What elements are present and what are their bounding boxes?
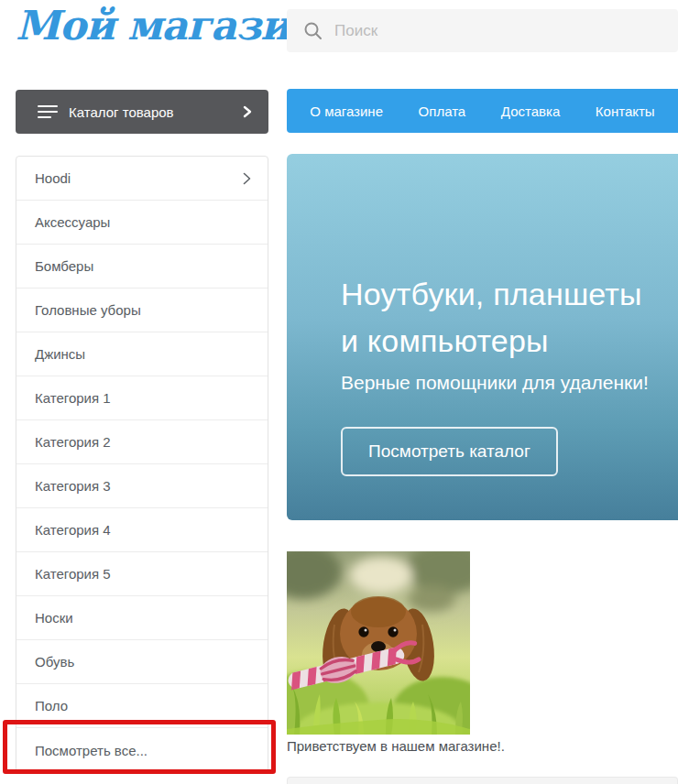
chevron-right-icon	[243, 105, 252, 118]
hero-banner: Ноутбуки, планшеты и компьютеры Верные п…	[287, 154, 678, 520]
puppy-with-rope-toy-photo	[287, 551, 470, 735]
sidebar-item-label: Бомберы	[35, 258, 93, 274]
welcome-text: Приветствуем в нашем магазине!.	[287, 738, 505, 754]
sidebar-item-label: Hoodi	[35, 170, 71, 186]
chevron-right-icon	[243, 172, 251, 185]
sidebar-item-label: Категория 2	[35, 434, 111, 450]
hero-title: Ноутбуки, планшеты и компьютеры	[341, 271, 642, 365]
sidebar-item-label: Категория 4	[35, 522, 111, 538]
nav-item[interactable]: О магазине	[310, 103, 383, 119]
sidebar-item-label: Поло	[35, 698, 68, 713]
sidebar-item[interactable]: Носки	[16, 596, 268, 640]
sidebar-item-label: Джинсы	[35, 346, 85, 362]
sidebar-item[interactable]: Бомберы	[16, 245, 268, 289]
sidebar-item[interactable]: Посмотреть все...	[16, 728, 268, 772]
sidebar-item-label: Посмотреть все...	[35, 743, 148, 758]
sidebar-item-label: Категория 1	[35, 390, 111, 406]
category-menu: HoodiАксессуарыБомберыГоловные уборыДжин…	[16, 156, 268, 773]
search-bar	[287, 9, 678, 52]
hero-subtitle: Верные помощники для удаленки!	[341, 372, 649, 394]
sidebar-item[interactable]: Аксессуары	[16, 201, 268, 245]
sidebar-item-label: Обувь	[35, 654, 74, 670]
sidebar-item[interactable]: Головные уборы	[16, 289, 268, 332]
sidebar-item-label: Категория 3	[35, 478, 111, 494]
sidebar-item[interactable]: Категория 5	[16, 552, 268, 596]
view-catalog-button[interactable]: Посмотреть каталог	[341, 427, 558, 476]
nav-item[interactable]: Доставка	[501, 103, 560, 119]
sidebar-item[interactable]: Поло	[16, 684, 268, 728]
sidebar-item[interactable]: Категория 1	[16, 376, 268, 420]
nav-item[interactable]: Контакты	[596, 103, 655, 119]
top-nav: О магазинеОплатаДоставкаКонтакты	[287, 89, 678, 133]
sidebar-item-label: Категория 5	[35, 566, 111, 582]
shop-homepage: Мой магазин Каталог товаров О магазинеОп…	[0, 0, 678, 784]
catalog-toggle-button[interactable]: Каталог товаров	[16, 90, 268, 134]
sidebar-item[interactable]: Джинсы	[16, 332, 268, 376]
shop-logo: Мой магазин	[16, 2, 318, 49]
nav-item[interactable]: Оплата	[419, 103, 466, 119]
catalog-button-label: Каталог товаров	[69, 104, 174, 120]
search-input[interactable]	[323, 9, 678, 52]
sidebar-item[interactable]: Категория 3	[16, 464, 268, 508]
sidebar-item[interactable]: Категория 2	[16, 420, 268, 464]
hero-title-line2: и компьютеры	[341, 318, 642, 365]
sidebar-item-label: Носки	[35, 610, 73, 626]
hamburger-icon	[38, 102, 58, 122]
sidebar-item[interactable]: Hoodi	[16, 157, 268, 201]
sidebar-item-label: Аксессуары	[35, 214, 110, 230]
footer-top-edge	[287, 777, 678, 784]
sidebar-item[interactable]: Обувь	[16, 640, 268, 684]
sidebar-item[interactable]: Категория 4	[16, 508, 268, 552]
hero-title-line1: Ноутбуки, планшеты	[341, 271, 642, 318]
search-icon	[303, 21, 323, 41]
sidebar-item-label: Головные уборы	[35, 302, 141, 318]
